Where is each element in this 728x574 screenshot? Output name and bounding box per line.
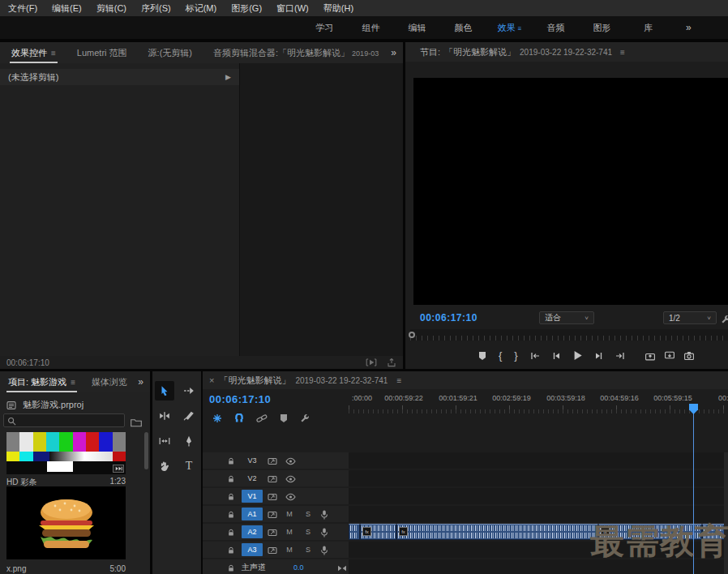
export-frame-camera-icon[interactable]: [684, 349, 694, 361]
project-file-row[interactable]: 魅影游戏.prproj: [0, 396, 150, 413]
menu-window[interactable]: 窗口(W): [276, 2, 309, 15]
program-playhead-knob[interactable]: [409, 332, 415, 338]
tab-effect-controls[interactable]: 效果控件≡: [10, 47, 58, 59]
lock-icon[interactable]: [227, 560, 235, 574]
track-select-forward-tool[interactable]: [179, 381, 199, 401]
lock-icon[interactable]: [227, 453, 235, 468]
tab-lumetri-scopes[interactable]: Lumetri 范围: [75, 47, 129, 59]
panel-menu-icon[interactable]: ≡: [71, 378, 75, 387]
master-level-value[interactable]: 0.0: [293, 563, 304, 572]
sync-lock-icon[interactable]: [268, 525, 277, 539]
mark-out-button[interactable]: }: [514, 349, 517, 362]
solo-button[interactable]: S: [303, 510, 313, 518]
add-marker-button[interactable]: [478, 349, 486, 361]
project-item-colorbars-thumbnail[interactable]: [6, 432, 126, 474]
timeline-timecode[interactable]: 00:06:17:10: [209, 393, 271, 405]
mute-button[interactable]: M: [285, 510, 294, 518]
export-frame-icon[interactable]: [387, 358, 396, 367]
folder-icon[interactable]: [131, 414, 142, 429]
workspace-menu-icon[interactable]: ≡: [518, 25, 522, 32]
lock-icon[interactable]: [227, 507, 235, 521]
project-item-xpng-thumbnail[interactable]: [6, 486, 126, 559]
track-target-v3[interactable]: V3: [242, 454, 263, 467]
workspace-overflow-chevron[interactable]: »: [686, 22, 692, 33]
panel-menu-icon[interactable]: ≡: [396, 376, 401, 385]
menu-sequence[interactable]: 序列(S): [141, 2, 171, 15]
menu-markers[interactable]: 标记(M): [186, 2, 217, 15]
audio-clip[interactable]: [349, 524, 360, 540]
extract-button[interactable]: [665, 349, 674, 361]
workspace-tab-libraries[interactable]: 库: [625, 22, 671, 34]
mic-icon[interactable]: [320, 507, 328, 521]
solo-button[interactable]: S: [303, 546, 313, 554]
lock-icon[interactable]: [227, 471, 235, 486]
zoom-fit-dropdown[interactable]: 适合˅: [539, 311, 594, 324]
selection-tool[interactable]: [155, 381, 174, 401]
mark-in-button[interactable]: {: [499, 349, 502, 362]
nest-sequence-icon[interactable]: [212, 410, 222, 425]
go-to-in-button[interactable]: [530, 349, 540, 361]
timeline-settings-wrench-icon[interactable]: [300, 410, 310, 425]
playback-resolution-dropdown[interactable]: 1/2˅: [663, 311, 717, 324]
workspace-tab-color[interactable]: 颜色: [440, 22, 486, 34]
track-lane-v3[interactable]: [349, 452, 728, 469]
track-lane-v1[interactable]: [349, 488, 728, 504]
workspace-tab-effects[interactable]: 效果≡: [486, 22, 533, 34]
tab-source-monitor[interactable]: 源:(无剪辑): [147, 47, 194, 59]
step-forward-button[interactable]: [595, 349, 603, 361]
lock-icon[interactable]: [227, 525, 235, 539]
program-mini-timeline[interactable]: [410, 329, 728, 341]
tab-audio-clip-mixer[interactable]: 音频剪辑混合器:「明光魅影解说」 2019-03: [212, 47, 380, 59]
lock-icon[interactable]: [227, 489, 235, 503]
workspace-tab-graphics[interactable]: 图形: [579, 22, 625, 34]
mic-icon[interactable]: [320, 542, 328, 557]
lift-button[interactable]: [645, 349, 655, 361]
track-target-a2[interactable]: A2: [242, 525, 263, 538]
timeline-ruler[interactable]: :00:00 00:00:59:22 00:01:59:21 00:02:59:…: [349, 392, 728, 422]
project-scrollbar[interactable]: [144, 432, 148, 469]
add-marker-icon[interactable]: [280, 410, 288, 425]
hand-tool[interactable]: [155, 456, 174, 476]
mute-button[interactable]: M: [285, 546, 294, 554]
play-button[interactable]: [572, 349, 583, 361]
tab-media-browser[interactable]: 媒体浏览: [90, 376, 127, 388]
workspace-tab-editing[interactable]: 编辑: [394, 22, 440, 34]
track-target-v2[interactable]: V2: [242, 472, 263, 485]
track-target-a3[interactable]: A3: [242, 543, 263, 556]
linked-selection-icon[interactable]: [256, 410, 268, 425]
workspace-tab-learning[interactable]: 学习: [302, 22, 348, 34]
expand-arrow-icon[interactable]: ▶: [225, 73, 231, 81]
fit-sequence-icon[interactable]: [337, 560, 347, 574]
audio-clip[interactable]: [396, 524, 598, 540]
mute-button[interactable]: M: [285, 528, 294, 536]
type-tool[interactable]: T: [179, 456, 199, 476]
settings-wrench-icon[interactable]: [721, 311, 728, 326]
play-in-to-out-icon[interactable]: [366, 358, 377, 367]
search-input[interactable]: [3, 413, 125, 427]
panel-overflow-chevron[interactable]: »: [138, 376, 143, 388]
timeline-sequence-title[interactable]: 「明光魅影解说」: [219, 375, 290, 387]
menu-file[interactable]: 文件(F): [8, 2, 37, 15]
track-lane-v2[interactable]: [349, 470, 728, 486]
snap-magnet-icon[interactable]: [234, 410, 244, 425]
sync-lock-icon[interactable]: [268, 471, 277, 486]
menu-edit[interactable]: 编辑(E): [52, 2, 82, 15]
track-target-a1[interactable]: A1: [242, 508, 263, 520]
program-monitor-tab[interactable]: 节目: 「明光魅影解说」 2019-03-22 19-22-32-741 ≡: [405, 42, 728, 62]
workspace-tab-audio[interactable]: 音频: [533, 22, 579, 34]
razor-tool[interactable]: [179, 406, 199, 426]
menu-clip[interactable]: 剪辑(C): [96, 2, 126, 15]
sync-lock-icon[interactable]: [268, 489, 277, 503]
eye-icon[interactable]: [285, 489, 296, 503]
program-timecode[interactable]: 00:06:17:10: [420, 312, 477, 323]
workspace-tab-assembly[interactable]: 组件: [348, 22, 394, 34]
program-video-preview[interactable]: [413, 78, 728, 305]
panel-menu-icon[interactable]: ≡: [620, 48, 625, 57]
eye-icon[interactable]: [285, 453, 296, 468]
close-icon[interactable]: ×: [209, 375, 214, 385]
mic-icon[interactable]: [320, 525, 328, 539]
menu-help[interactable]: 帮助(H): [323, 2, 353, 15]
pen-tool[interactable]: [179, 431, 199, 451]
ripple-edit-tool[interactable]: [155, 406, 174, 426]
eye-icon[interactable]: [285, 471, 296, 486]
